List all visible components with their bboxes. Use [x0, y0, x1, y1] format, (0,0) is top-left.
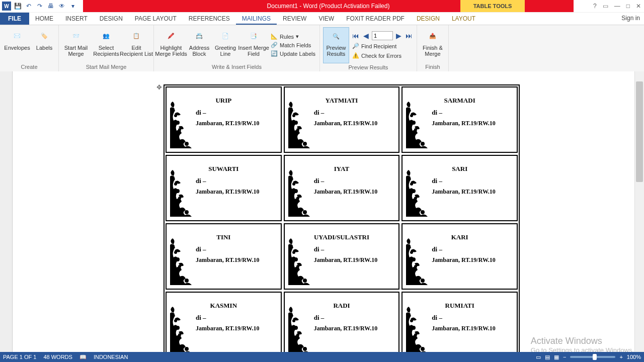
card-address: Jambaran, RT.19/RW.10	[432, 256, 496, 264]
finish-label: Finish & Merge	[423, 45, 443, 57]
tab-references[interactable]: REFERENCES	[183, 13, 236, 25]
vertical-scrollbar[interactable]	[634, 71, 644, 352]
floral-ornament-icon	[168, 237, 193, 288]
ribbon-options-icon[interactable]: ▭	[603, 3, 608, 10]
card-address: Jambaran, RT.19/RW.10	[314, 120, 378, 127]
find-icon: 🔎	[352, 43, 359, 49]
update-labels-button[interactable]: 🔄Update Labels	[270, 50, 316, 57]
status-language[interactable]: INDONESIAN	[94, 354, 128, 360]
match-icon: 🔗	[271, 42, 278, 48]
find-recipient-button[interactable]: 🔎Find Recipient	[351, 42, 414, 50]
card-address: Jambaran, RT.19/RW.10	[314, 256, 378, 264]
card-di: di –	[314, 177, 325, 185]
card-name: YATMIATI	[285, 97, 399, 105]
activate-windows-watermark: Activate Windows Go to Settings to activ…	[531, 336, 634, 354]
insert-merge-field-button[interactable]: 📑 Insert Merge Field	[239, 28, 268, 63]
label-cell[interactable]: SARMADI di – Jambaran, RT.19/RW.10	[401, 86, 518, 153]
label-cell[interactable]: KARI di – Jambaran, RT.19/RW.10	[401, 223, 518, 290]
label-cell[interactable]: SUWARTI di – Jambaran, RT.19/RW.10	[166, 155, 282, 221]
label-cell[interactable]: IYAT di – Jambaran, RT.19/RW.10	[284, 155, 400, 221]
group-preview-results: 🔍 Preview Results ⏮ ◀ ▶ ⏭ 🔎Find Recipien…	[320, 25, 417, 71]
check-errors-button[interactable]: ⚠️Check for Errors	[351, 52, 414, 59]
proofing-icon[interactable]: 📖	[79, 354, 87, 360]
card-name: URIP	[167, 97, 281, 105]
edit-recipient-list-button[interactable]: 📋 Edit Recipient List	[122, 28, 150, 63]
label-cell[interactable]: URIP di – Jambaran, RT.19/RW.10	[166, 86, 282, 153]
match-fields-button[interactable]: 🔗Match Fields	[270, 41, 316, 49]
qat-dropdown-icon[interactable]: ▾	[68, 2, 77, 11]
label-cell[interactable]: RUMIATI di – Jambaran, RT.19/RW.10	[401, 292, 518, 352]
label-table[interactable]: URIP di – Jambaran, RT.19/RW.10 YATMIATI…	[164, 84, 520, 352]
status-words[interactable]: 48 WORDS	[43, 354, 72, 360]
start-mail-merge-button[interactable]: 📨 Start Mail Merge	[62, 28, 90, 63]
last-record-icon[interactable]: ⏭	[405, 32, 414, 40]
preview-results-button[interactable]: 🔍 Preview Results	[323, 27, 349, 63]
mail-merge-icon: 📨	[68, 29, 84, 44]
maximize-icon[interactable]: □	[626, 3, 630, 10]
tab-file[interactable]: FILE	[0, 13, 29, 25]
zoom-in-icon[interactable]: +	[619, 354, 622, 360]
labels-button[interactable]: 🏷️ Labels	[33, 28, 55, 63]
floral-ornament-icon	[404, 101, 429, 151]
scrollbar-thumb[interactable]	[636, 81, 643, 182]
greeting-line-button[interactable]: 📄 Greeting Line	[213, 28, 237, 63]
label-cell[interactable]: RADI di – Jambaran, RT.19/RW.10	[284, 292, 400, 352]
zoom-level[interactable]: 100%	[627, 354, 641, 360]
save-icon[interactable]: 💾	[13, 2, 22, 11]
print-icon[interactable]: 🖶	[46, 2, 55, 11]
tab-insert[interactable]: INSERT	[59, 13, 94, 25]
check-icon: ⚠️	[352, 52, 359, 59]
print-layout-icon[interactable]: ▤	[545, 354, 550, 360]
tab-design[interactable]: DESIGN	[94, 13, 129, 25]
redo-icon[interactable]: ↷	[35, 2, 44, 11]
card-name: SARMADI	[403, 97, 517, 105]
recipients-icon: 👥	[98, 29, 114, 44]
preview-icon[interactable]: 👁	[57, 2, 66, 11]
tab-page-layout[interactable]: PAGE LAYOUT	[129, 13, 183, 25]
card-di: di –	[432, 109, 442, 117]
group-start-mail-merge: 📨 Start Mail Merge 👥 Select Recipients 📋…	[59, 25, 154, 71]
record-number-input[interactable]	[372, 31, 393, 40]
card-di: di –	[432, 177, 442, 185]
envelopes-button[interactable]: ✉️ Envelopes	[3, 28, 31, 63]
minimize-icon[interactable]: —	[614, 3, 620, 10]
highlight-merge-fields-button[interactable]: 🖍️ Highlight Merge Fields	[157, 28, 185, 63]
help-icon[interactable]: ?	[593, 3, 597, 10]
table-anchor-icon[interactable]: ✥	[156, 83, 162, 91]
prev-record-icon[interactable]: ◀	[362, 32, 370, 40]
label-cell[interactable]: SARI di – Jambaran, RT.19/RW.10	[401, 155, 518, 221]
web-layout-icon[interactable]: ▦	[554, 354, 559, 360]
tab-table-layout[interactable]: LAYOUT	[446, 13, 481, 25]
tab-view[interactable]: VIEW	[312, 13, 340, 25]
select-recipients-button[interactable]: 👥 Select Recipients	[92, 28, 120, 63]
zoom-out-icon[interactable]: −	[563, 354, 566, 360]
close-icon[interactable]: ✕	[636, 3, 641, 10]
undo-icon[interactable]: ↶	[24, 2, 33, 11]
card-name: IYAT	[285, 165, 399, 173]
label-cell[interactable]: KASMIN di – Jambaran, RT.19/RW.10	[166, 292, 282, 352]
vertical-ruler[interactable]	[0, 71, 13, 352]
next-record-icon[interactable]: ▶	[395, 32, 403, 40]
rules-button[interactable]: 📐Rules▾	[270, 33, 316, 40]
page-view[interactable]: ✥ URIP di – Jambaran, RT.19/RW.10 YATMIA…	[25, 79, 644, 352]
window-controls: ? ▭ — □ ✕	[593, 0, 644, 12]
finish-merge-button[interactable]: 📤 Finish & Merge	[420, 28, 445, 63]
label-cell[interactable]: YATMIATI di – Jambaran, RT.19/RW.10	[284, 86, 400, 153]
first-record-icon[interactable]: ⏮	[351, 32, 360, 40]
card-name: TINI	[167, 233, 281, 241]
tab-table-design[interactable]: DESIGN	[411, 13, 446, 25]
label-cell[interactable]: UYADI/SULASTRI di – Jambaran, RT.19/RW.1…	[284, 223, 400, 290]
tab-home[interactable]: HOME	[29, 13, 59, 25]
tab-review[interactable]: REVIEW	[277, 13, 312, 25]
highlight-label: Highlight Merge Fields	[155, 45, 187, 57]
zoom-slider[interactable]	[570, 356, 615, 358]
read-mode-icon[interactable]: ▭	[536, 354, 541, 360]
card-address: Jambaran, RT.19/RW.10	[432, 188, 496, 196]
address-block-button[interactable]: 📇 Address Block	[187, 28, 211, 63]
sign-in-link[interactable]: Sign in	[621, 15, 640, 22]
group-create-label: Create	[21, 63, 37, 71]
tab-foxit[interactable]: FOXIT READER PDF	[340, 13, 411, 25]
tab-mailings[interactable]: MAILINGS	[236, 13, 277, 25]
status-page[interactable]: PAGE 1 OF 1	[3, 354, 36, 360]
label-cell[interactable]: TINI di – Jambaran, RT.19/RW.10	[166, 223, 282, 290]
